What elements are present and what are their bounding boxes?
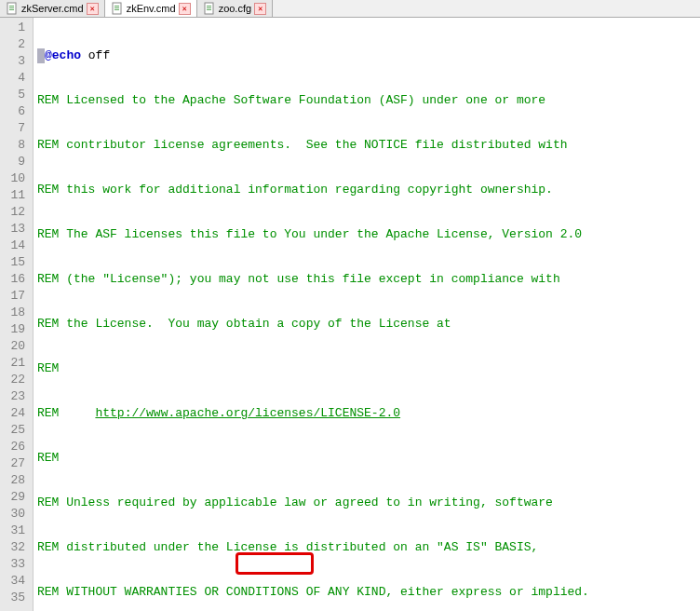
comment: REM — [37, 451, 59, 465]
comment: REM Licensed to the Apache Software Foun… — [37, 93, 545, 107]
license-link[interactable]: http://www.apache.org/licenses/LICENSE-2… — [95, 406, 400, 420]
close-icon[interactable]: ✕ — [179, 3, 191, 15]
svg-rect-11 — [207, 9, 211, 10]
comment: REM this work for additional information… — [37, 183, 553, 197]
svg-rect-10 — [207, 7, 211, 8]
svg-rect-9 — [207, 6, 211, 7]
comment: REM — [37, 361, 59, 375]
svg-rect-3 — [9, 9, 14, 10]
close-icon[interactable]: ✕ — [87, 3, 99, 15]
tab-zkenv[interactable]: zkEnv.cmd ✕ — [105, 0, 197, 17]
code-text: off — [81, 48, 110, 62]
file-icon — [6, 2, 19, 15]
comment: REM contributor license agreements. See … — [37, 138, 568, 152]
tab-zkserver[interactable]: zkServer.cmd ✕ — [0, 0, 105, 17]
file-icon — [203, 2, 216, 15]
comment: REM (the "License"); you may not use thi… — [37, 272, 560, 286]
comment: REM WITHOUT WARRANTIES OR CONDITIONS OF … — [37, 585, 589, 599]
comment: REM Unless required by applicable law or… — [37, 496, 553, 509]
comment: REM the License. You may obtain a copy o… — [37, 317, 451, 331]
comment: REM — [37, 406, 95, 420]
editor-area: 1234567891011121314151617181920212223242… — [0, 18, 700, 611]
line-gutter: 1234567891011121314151617181920212223242… — [0, 18, 34, 611]
tab-label: zkEnv.cmd — [127, 3, 176, 14]
file-icon — [111, 2, 124, 15]
code-content[interactable]: @echo off REM Licensed to the Apache Sof… — [34, 18, 700, 611]
svg-rect-5 — [114, 6, 119, 7]
comment: REM distributed under the License is dis… — [37, 540, 538, 554]
tab-zoocfg[interactable]: zoo.cfg ✕ — [197, 0, 273, 17]
keyword: @echo — [45, 48, 81, 62]
svg-rect-2 — [9, 7, 14, 8]
caret — [37, 48, 45, 63]
svg-rect-1 — [9, 6, 14, 7]
svg-rect-7 — [114, 9, 119, 10]
tab-label: zkServer.cmd — [21, 3, 84, 14]
close-icon[interactable]: ✕ — [254, 3, 266, 15]
comment: REM The ASF licenses this file to You un… — [37, 227, 582, 241]
svg-rect-6 — [114, 7, 119, 8]
tab-label: zoo.cfg — [219, 3, 251, 14]
tab-bar: zkServer.cmd ✕ zkEnv.cmd ✕ zoo.cfg ✕ — [0, 0, 700, 18]
